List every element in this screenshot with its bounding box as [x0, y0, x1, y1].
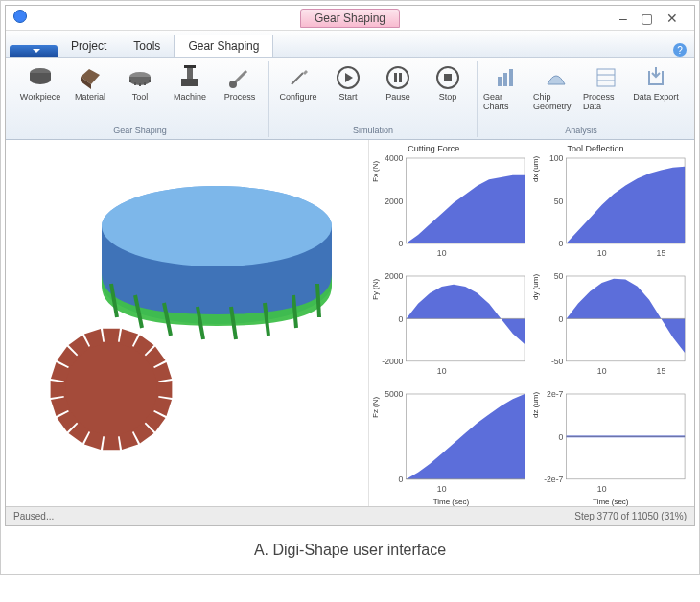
material-icon: [76, 63, 105, 92]
chart-dy: dy (um) -500501015: [533, 262, 688, 380]
svg-text:10: 10: [437, 484, 447, 494]
svg-marker-52: [103, 329, 120, 344]
svg-text:-50: -50: [550, 357, 563, 366]
svg-rect-11: [184, 65, 196, 68]
configure-button[interactable]: Configure: [275, 61, 321, 124]
svg-text:15: 15: [656, 366, 665, 376]
svg-text:-2e-7: -2e-7: [544, 475, 563, 484]
pause-icon: [384, 63, 412, 92]
ribbon-label: Stop: [439, 92, 457, 102]
svg-rect-8: [149, 80, 151, 82]
svg-text:0: 0: [399, 239, 404, 248]
file-menu-button[interactable]: [10, 45, 58, 57]
app-icon: [13, 10, 27, 23]
ribbon-label: Process Data: [583, 92, 629, 111]
data-export-button[interactable]: Data Export: [633, 61, 679, 124]
pdata-icon: [592, 63, 620, 92]
svg-text:10: 10: [437, 366, 447, 376]
chart-fy: Fy (N) -20000200010: [373, 262, 528, 380]
ribbon-group-simulation: Configure Start Pause: [269, 61, 478, 137]
chart-dz: dz (um) -2e-702e-710: [533, 380, 688, 498]
pause-button[interactable]: Pause: [375, 61, 421, 124]
svg-text:-2000: -2000: [382, 357, 403, 366]
svg-text:5000: 5000: [385, 389, 403, 399]
chip-geometry-button[interactable]: Chip Geometry: [533, 61, 579, 124]
app-icon-wrap: [13, 10, 81, 27]
help-icon[interactable]: ?: [673, 43, 687, 57]
chart-dx: Tool Deflection dx (um) 0501001015: [533, 144, 688, 262]
ribbon-group-gearshaping: Workpiece Material Tool: [12, 61, 269, 137]
svg-text:10: 10: [596, 248, 606, 258]
svg-marker-47: [51, 381, 66, 398]
window-title: Gear Shaping: [300, 9, 400, 28]
svg-rect-17: [399, 73, 402, 82]
process-data-button[interactable]: Process Data: [583, 61, 629, 124]
svg-marker-37: [157, 381, 173, 398]
machine-icon: [175, 63, 204, 92]
svg-rect-5: [134, 82, 136, 85]
ribbon-group-label: Analysis: [565, 124, 597, 137]
ribbon-label: Gear Charts: [483, 92, 529, 111]
titlebar: Gear Shaping – ▢ ✕: [6, 6, 694, 31]
tool-button[interactable]: Tool: [117, 61, 163, 124]
minimize-button[interactable]: –: [619, 11, 627, 26]
chart-fz: Fz (N) 0500010: [373, 380, 528, 498]
tab-project[interactable]: Project: [58, 35, 120, 57]
svg-text:0: 0: [399, 475, 404, 484]
chevron-down-icon: [33, 49, 40, 53]
process-button[interactable]: Process: [217, 61, 263, 124]
close-button[interactable]: ✕: [666, 11, 678, 26]
svg-text:0: 0: [558, 432, 563, 442]
svg-text:2000: 2000: [385, 271, 403, 281]
svg-rect-10: [187, 67, 193, 79]
configure-icon: [284, 63, 313, 92]
3d-viewport[interactable]: [6, 140, 369, 506]
svg-point-12: [229, 81, 237, 88]
svg-rect-22: [509, 69, 513, 86]
svg-text:10: 10: [596, 484, 606, 494]
menubar: Project Tools Gear Shaping ?: [6, 31, 694, 58]
machine-button[interactable]: Machine: [167, 61, 213, 124]
svg-rect-9: [181, 79, 198, 86]
ribbon-group-label: Simulation: [353, 124, 393, 137]
status-left: Paused...: [13, 511, 54, 521]
ribbon-label: Process: [224, 92, 256, 102]
ribbon-label: Pause: [385, 92, 410, 102]
svg-point-15: [387, 67, 408, 88]
svg-rect-4: [129, 80, 131, 82]
ribbon-group-label: Gear Shaping: [113, 124, 167, 137]
cutter-3d: [35, 313, 188, 470]
start-button[interactable]: Start: [325, 61, 371, 124]
figure-caption: A. Digi-Shape user interface: [5, 526, 695, 570]
svg-text:0: 0: [558, 314, 563, 324]
tab-gear-shaping[interactable]: Gear Shaping: [174, 35, 273, 57]
content-area: Cutting Force Fx (N) 02000400010 Tool De…: [6, 140, 694, 506]
svg-rect-23: [597, 69, 615, 86]
tool-icon: [126, 63, 154, 92]
svg-rect-7: [144, 82, 146, 85]
svg-text:0: 0: [558, 239, 563, 248]
maximize-button[interactable]: ▢: [641, 11, 653, 26]
svg-rect-19: [444, 74, 452, 81]
svg-marker-42: [103, 435, 120, 451]
process-icon: [225, 63, 254, 92]
svg-marker-14: [345, 73, 353, 82]
workpiece-button[interactable]: Workpiece: [17, 61, 63, 124]
x-axis-label-left: Time (sec): [373, 498, 528, 511]
stop-button[interactable]: Stop: [425, 61, 471, 124]
svg-text:2e-7: 2e-7: [547, 389, 564, 399]
gear-charts-button[interactable]: Gear Charts: [483, 61, 529, 124]
chart-fx: Cutting Force Fx (N) 02000400010: [373, 144, 528, 262]
svg-rect-6: [139, 83, 141, 86]
tab-tools[interactable]: Tools: [120, 35, 174, 57]
charts-icon: [492, 63, 521, 92]
svg-text:0: 0: [399, 314, 404, 324]
ribbon-label: Material: [75, 92, 105, 102]
ribbon-label: Start: [338, 92, 357, 102]
material-button[interactable]: Material: [67, 61, 113, 124]
workpiece-icon: [26, 63, 55, 92]
svg-text:10: 10: [596, 366, 606, 376]
ribbon-label: Tool: [132, 92, 149, 102]
svg-rect-16: [394, 73, 397, 82]
svg-point-35: [102, 186, 332, 266]
